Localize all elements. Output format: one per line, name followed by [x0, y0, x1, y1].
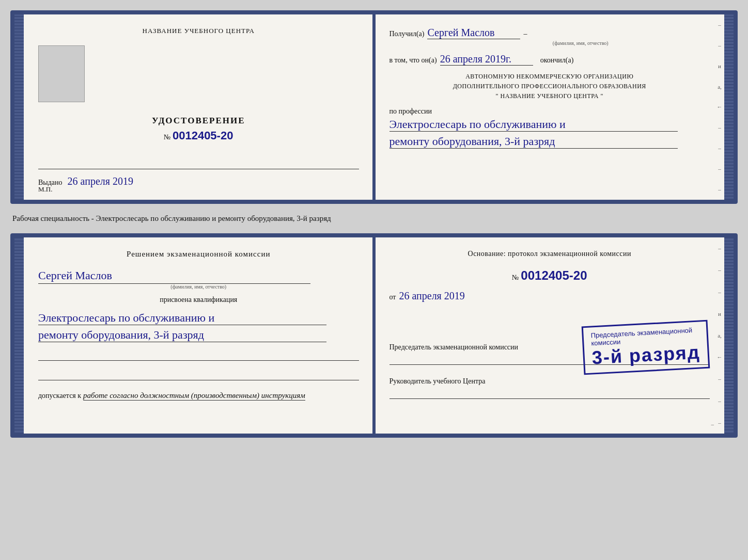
protocol-number-row: № 0012405-20: [389, 268, 710, 283]
sig-line-bottom-1: [38, 349, 359, 361]
completed-date: 26 апреля 2019г.: [440, 53, 511, 65]
doc-number-prefix: №: [164, 133, 170, 141]
doc-type-label: УДОСТОВЕРЕНИЕ: [38, 116, 359, 126]
profession-block: по профессии Электрослесарь по обслужива…: [389, 107, 710, 149]
doc-number: 0012405-20: [173, 129, 233, 142]
top-left-content: НАЗВАНИЕ УЧЕБНОГО ЦЕНТРА УДОСТОВЕРЕНИЕ №…: [38, 27, 359, 187]
profession-line2-field: ремонту оборудования, 3-й разряд: [389, 135, 678, 149]
page-wrapper: НАЗВАНИЕ УЧЕБНОГО ЦЕНТРА УДОСТОВЕРЕНИЕ №…: [10, 10, 738, 438]
person-name: Сергей Маслов: [427, 27, 494, 38]
profession-label: по профессии: [389, 107, 710, 116]
right-dashes-2: –––иа,←–––: [716, 237, 723, 434]
sig-line-1: [38, 158, 359, 169]
spine-right: [724, 14, 734, 200]
profession-line1: Электрослесарь по обслуживанию и: [389, 118, 566, 131]
qual-line1: Электрослесарь по обслуживанию и: [38, 311, 214, 324]
org-line2: ДОПОЛНИТЕЛЬНОГО ПРОФЕССИОНАЛЬНОГО ОБРАЗО…: [389, 83, 710, 90]
org-name-quoted: " НАЗВАНИЕ УЧЕБНОГО ЦЕНТРА ": [389, 92, 710, 100]
top-left-panel: НАЗВАНИЕ УЧЕБНОГО ЦЕНТРА УДОСТОВЕРЕНИЕ №…: [24, 14, 375, 200]
completed-date-field: 26 апреля 2019г.: [440, 53, 533, 66]
issued-row: Выдано 26 апреля 2019: [38, 175, 359, 187]
bottom-left-panel: Решением экзаменационной комиссии Сергей…: [24, 237, 375, 434]
doc-type-section: УДОСТОВЕРЕНИЕ № 0012405-20: [38, 116, 359, 142]
allowed-value-field: работе согласно должностным (производств…: [83, 391, 305, 401]
spine-left: [14, 14, 24, 200]
org-line1: АВТОНОМНУЮ НЕКОММЕРЧЕСКУЮ ОРГАНИЗАЦИЮ: [389, 73, 710, 81]
photo-placeholder: [38, 45, 85, 102]
head-label: Руководитель учебного Центра: [389, 377, 710, 386]
protocol-number-prefix: №: [512, 274, 519, 281]
profession-line2: ремонту оборудования, 3-й разряд: [389, 135, 555, 148]
sig-line-bottom-2: [38, 369, 359, 380]
allowed-label: допускается к: [38, 392, 81, 399]
in-that-label: в том, что он(а): [389, 56, 437, 65]
date-value: 26 апреля 2019: [399, 290, 464, 302]
bottom-person-name: Сергей Маслов: [38, 269, 112, 282]
spine-left-2: [14, 237, 24, 434]
doc-number-row: № 0012405-20: [38, 129, 359, 142]
mp-label: М.П.: [38, 185, 52, 194]
top-right-panel: ––иа,←–––– Получил(а) Сергей Маслов – (ф…: [375, 14, 725, 200]
head-sig-block: Руководитель учебного Центра: [389, 377, 710, 399]
bottom-person-sub: (фамилия, имя, отчество): [38, 284, 359, 290]
between-label: Рабочая специальность - Электрослесарь п…: [10, 212, 738, 225]
profession-line1-field: Электрослесарь по обслуживанию и: [389, 118, 678, 132]
dash-1: –: [523, 30, 527, 38]
qual-line2: ремонту оборудования, 3-й разряд: [38, 328, 204, 341]
received-row: Получил(а) Сергей Маслов –: [389, 27, 710, 39]
qualification-block: Электрослесарь по обслуживанию и ремонту…: [38, 311, 359, 342]
bottom-document-card: Решением экзаменационной комиссии Сергей…: [10, 233, 738, 438]
right-dashes: ––иа,←––––: [716, 14, 723, 200]
bottom-right-panel: –––иа,←––– Основание: протокол экзаменац…: [375, 237, 725, 434]
spine-right-2: [724, 237, 734, 434]
protocol-date-row: от 26 апреля 2019: [389, 290, 710, 302]
head-sig-line: [389, 388, 710, 399]
received-label: Получил(а): [389, 30, 425, 38]
in-that-row: в том, что он(а) 26 апреля 2019г. окончи…: [389, 53, 710, 66]
person-name-field: Сергей Маслов: [427, 27, 520, 39]
issued-section: Выдано 26 апреля 2019: [38, 158, 359, 187]
org-name-label: НАЗВАНИЕ УЧЕБНОГО ЦЕНТРА: [38, 27, 359, 35]
decision-label: Решением экзаменационной комиссии: [38, 250, 359, 259]
assigned-label: присвоена квалификация: [38, 296, 359, 304]
org-block: АВТОНОМНУЮ НЕКОММЕРЧЕСКУЮ ОРГАНИЗАЦИЮ ДО…: [389, 73, 710, 100]
bottom-right-dashes: –: [711, 419, 714, 428]
protocol-number: 0012405-20: [521, 268, 587, 282]
date-prefix: от: [389, 293, 396, 301]
person-name-sub: (фамилия, имя, отчество): [451, 40, 710, 46]
bottom-person-name-field: Сергей Маслов: [38, 269, 359, 282]
issued-date: 26 апреля 2019: [68, 175, 133, 187]
qual-line1-field: Электрослесарь по обслуживанию и: [38, 311, 326, 325]
qual-line2-field: ремонту оборудования, 3-й разряд: [38, 328, 326, 342]
allowed-value: работе согласно должностным (производств…: [83, 391, 305, 399]
basis-label: Основание: протокол экзаменационной коми…: [389, 250, 710, 258]
completed-label: окончил(а): [540, 56, 574, 65]
allowed-block: допускается к работе согласно должностны…: [38, 391, 359, 401]
stamp: Председатель экзаменационной комиссии 3-…: [582, 320, 710, 375]
top-document-card: НАЗВАНИЕ УЧЕБНОГО ЦЕНТРА УДОСТОВЕРЕНИЕ №…: [10, 10, 738, 204]
